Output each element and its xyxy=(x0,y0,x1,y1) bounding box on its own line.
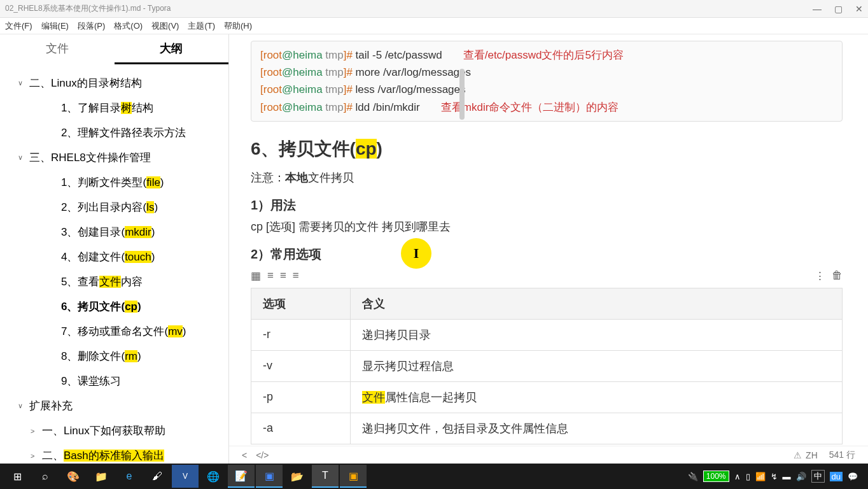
menu-help[interactable]: 帮助(H) xyxy=(224,20,252,32)
table-delete-icon[interactable]: 🗑 xyxy=(832,269,843,283)
heading-cp: 6、拷贝文件(cp) xyxy=(251,137,843,161)
taskbar-visio[interactable]: V xyxy=(172,465,199,488)
tray-battery[interactable]: 100% xyxy=(703,471,729,482)
code-line: [root@heima tmp]# tail -5 /etc/passwd 查看… xyxy=(260,46,833,64)
outline-item[interactable]: 1、判断文件类型(file) xyxy=(0,170,228,195)
outline-item[interactable]: ∨二、Linux的目录树结构 xyxy=(0,71,228,96)
menubar: 文件(F) 编辑(E) 段落(P) 格式(O) 视图(V) 主题(T) 帮助(H… xyxy=(0,18,868,34)
editor-scrollbar[interactable] xyxy=(459,69,465,120)
taskbar-typora[interactable]: T xyxy=(312,465,339,488)
th-option: 选项 xyxy=(251,288,351,319)
tray-plug-icon[interactable]: 🔌 xyxy=(688,472,698,481)
status-source-icon[interactable]: </> xyxy=(256,450,269,460)
warn-icon[interactable]: ⚠ xyxy=(794,450,802,460)
taskbar-app-3[interactable]: 📂 xyxy=(284,465,311,488)
tab-files[interactable]: 文件 xyxy=(0,34,115,64)
table-align-center-icon[interactable]: ≡ xyxy=(280,269,286,282)
outline-item[interactable]: 1、了解目录树结构 xyxy=(0,96,228,120)
taskbar-vm[interactable]: ▣ xyxy=(340,465,367,488)
table-more-icon[interactable]: ⋮ xyxy=(815,269,825,283)
tray-notif-icon[interactable]: 💬 xyxy=(848,472,858,481)
tray-app-icon[interactable]: ▯ xyxy=(746,472,750,481)
tab-outline[interactable]: 大纲 xyxy=(115,34,229,64)
table-row[interactable]: -v显示拷贝过程信息 xyxy=(251,350,843,381)
taskbar-app-2[interactable]: ▣ xyxy=(256,465,283,488)
table-align-left-icon[interactable]: ≡ xyxy=(267,269,274,282)
outline-item[interactable]: 8、删除文件(rm) xyxy=(0,344,228,369)
taskbar-explorer[interactable]: 📁 xyxy=(88,465,115,488)
th-meaning: 含义 xyxy=(351,288,843,319)
start-button[interactable]: ⊞ xyxy=(4,465,31,488)
outline-item[interactable]: >二、Bash的标准输入输出 xyxy=(0,443,228,464)
tray-up-icon[interactable]: ∧ xyxy=(734,472,741,481)
tray-wifi-icon[interactable]: 📶 xyxy=(755,472,766,481)
main-area: 文件 大纲 ∨二、Linux的目录树结构1、了解目录树结构2、理解文件路径表示方… xyxy=(0,34,868,464)
tray-bt-icon[interactable]: ↯ xyxy=(771,472,778,481)
table-row[interactable]: -r递归拷贝目录 xyxy=(251,319,843,350)
table-row[interactable]: -p文件属性信息一起拷贝 xyxy=(251,381,843,413)
heading-usage: 1）用法 xyxy=(251,197,843,214)
menu-view[interactable]: 视图(V) xyxy=(151,20,179,32)
outline-item[interactable]: >一、Linux下如何获取帮助 xyxy=(0,418,228,443)
system-tray: 🔌 100% ∧ ▯ 📶 ↯ ▬ 🔊 中 du 💬 xyxy=(688,470,864,483)
window-title: 02_RHEL8系统基本使用(文件操作1).md - Typora xyxy=(5,3,813,14)
tray-ime[interactable]: 中 xyxy=(811,470,825,483)
menu-theme[interactable]: 主题(T) xyxy=(188,20,215,32)
outline-item[interactable]: 3、创建目录(mkdir) xyxy=(0,220,228,244)
sidebar-tabs: 文件 大纲 xyxy=(0,34,228,66)
options-table[interactable]: 选项 含义 -r递归拷贝目录-v显示拷贝过程信息-p文件属性信息一起拷贝-a递归… xyxy=(251,288,843,444)
outline-item[interactable]: 6、拷贝文件(cp) xyxy=(0,294,228,319)
taskbar-app-1[interactable]: 🎨 xyxy=(60,465,87,488)
status-back[interactable]: < xyxy=(242,450,247,460)
code-line: [root@heima tmp]# less /var/log/messages xyxy=(260,81,833,98)
close-button[interactable]: ✕ xyxy=(855,4,863,14)
window-controls: — ▢ ✕ xyxy=(813,4,863,14)
outline-item[interactable]: ∨扩展补充 xyxy=(0,393,228,418)
outline-item[interactable]: 4、创建文件(touch) xyxy=(0,244,228,269)
outline-item[interactable]: 9、课堂练习 xyxy=(0,369,228,393)
taskbar: ⊞ ⌕ 🎨 📁 e 🖌 V 🌐 📝 ▣ 📂 T ▣ 🔌 100% ∧ ▯ 📶 ↯… xyxy=(0,464,868,489)
taskbar-edge[interactable]: e xyxy=(116,465,143,488)
outline-item[interactable]: 2、列出目录内容(ls) xyxy=(0,195,228,220)
code-block: [root@heima tmp]# tail -5 /etc/passwd 查看… xyxy=(251,41,843,122)
table-toolbar: ▦ ≡ ≡ ≡ ⋮ 🗑 xyxy=(251,268,843,284)
tray-vol-icon[interactable]: 🔊 xyxy=(796,472,806,481)
note-text: 注意：本地文件拷贝 xyxy=(251,170,843,185)
menu-paragraph[interactable]: 段落(P) xyxy=(78,20,105,32)
outline-item[interactable]: 7、移动或重命名文件(mv) xyxy=(0,319,228,344)
taskbar-paint[interactable]: 🖌 xyxy=(144,465,171,488)
search-icon[interactable]: ⌕ xyxy=(32,465,59,488)
statusbar: < </> ⚠ ZH 541 行 xyxy=(229,446,868,464)
sidebar: 文件 大纲 ∨二、Linux的目录树结构1、了解目录树结构2、理解文件路径表示方… xyxy=(0,34,229,464)
tray-app2-icon[interactable]: du xyxy=(830,472,843,481)
code-line: [root@heima tmp]# ldd /bin/mkdir 查看mkdir… xyxy=(260,99,833,116)
menu-file[interactable]: 文件(F) xyxy=(5,20,32,32)
table-resize-icon[interactable]: ▦ xyxy=(251,269,261,283)
code-line: [root@heima tmp]# more /var/log/messages xyxy=(260,64,833,81)
titlebar: 02_RHEL8系统基本使用(文件操作1).md - Typora — ▢ ✕ xyxy=(0,0,868,18)
status-lines: 541 行 xyxy=(829,450,855,461)
heading-options: 2）常用选项 xyxy=(251,246,843,263)
tray-bat-icon[interactable]: ▬ xyxy=(783,472,791,481)
usage-text: cp [选项] 需要拷贝的文件 拷贝到哪里去 xyxy=(251,219,843,234)
outline-item[interactable]: ∨三、RHEL8文件操作管理 xyxy=(0,145,228,170)
maximize-button[interactable]: ▢ xyxy=(834,4,843,14)
minimize-button[interactable]: — xyxy=(813,4,822,14)
editor[interactable]: [root@heima tmp]# tail -5 /etc/passwd 查看… xyxy=(229,34,868,464)
outline-item[interactable]: 2、理解文件路径表示方法 xyxy=(0,120,228,145)
table-row[interactable]: -a递归拷贝文件，包括目录及文件属性信息 xyxy=(251,413,843,444)
outline-tree: ∨二、Linux的目录树结构1、了解目录树结构2、理解文件路径表示方法∨三、RH… xyxy=(0,66,228,464)
menu-edit[interactable]: 编辑(E) xyxy=(41,20,69,32)
text-cursor-indicator: I xyxy=(401,238,431,269)
taskbar-chrome[interactable]: 🌐 xyxy=(200,465,227,488)
status-lang: ZH xyxy=(806,450,818,460)
table-align-right-icon[interactable]: ≡ xyxy=(293,269,299,282)
outline-item[interactable]: 5、查看文件内容 xyxy=(0,269,228,294)
menu-format[interactable]: 格式(O) xyxy=(114,20,143,32)
taskbar-notepad[interactable]: 📝 xyxy=(228,465,255,488)
